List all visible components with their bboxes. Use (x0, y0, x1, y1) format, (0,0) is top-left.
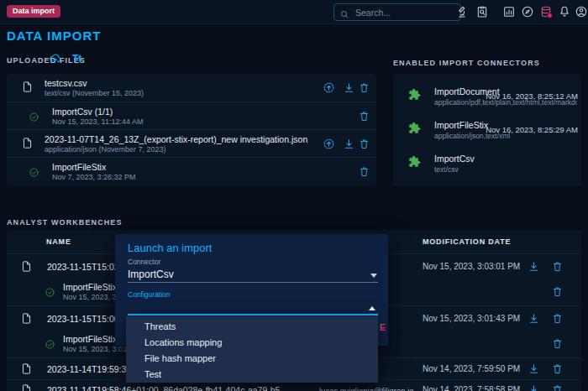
file-name[interactable]: testcsv.csv (45, 78, 313, 88)
menu-option-test[interactable]: Test (126, 367, 378, 383)
configuration-field-label: Configuration (128, 290, 171, 299)
import-job-row[interactable]: ImportCsv (1/1) Nov 15, 2023, 11:12:44 A… (7, 102, 376, 130)
explore-icon[interactable] (519, 4, 536, 19)
connector-select-underline (128, 282, 378, 283)
delete-icon[interactable] (358, 165, 370, 181)
file-meta: application/json (November 7, 2023) (45, 145, 166, 154)
file-name[interactable]: 2023-11-07T14_26_13Z_(export-stix-report… (45, 134, 318, 144)
column-header-name[interactable]: NAME (46, 237, 71, 246)
delete-icon[interactable] (551, 383, 564, 391)
modification-date: Nov 14, 2023, 7:59:50 PM (423, 364, 520, 373)
file-icon (20, 383, 33, 391)
launch-import-icon[interactable] (323, 138, 335, 154)
uploaded-files-panel: testcsv.csv text/csv (November 15, 2023)… (7, 74, 376, 186)
connectors-section-title: ENABLED IMPORT CONNECTORS (393, 59, 540, 67)
global-search[interactable] (333, 3, 461, 21)
download-icon[interactable] (528, 312, 540, 328)
connector-field-label: Connector (128, 258, 160, 266)
configuration-options-menu: Threats Locations mapping File hash mapp… (126, 316, 378, 383)
configuration-select-underline[interactable] (128, 314, 378, 315)
workbench-creator: lucas.guiglionia@filigran.io (319, 386, 414, 391)
download-icon[interactable] (343, 138, 355, 154)
connector-row[interactable]: ImportFileStix application/json,text/xml… (393, 112, 581, 146)
connectors-panel: ImportDocument application/pdf,text/plai… (393, 74, 581, 186)
workbench-name[interactable]: 2023-11-14T19:58:46+01:00_86da028e-fb41-… (47, 385, 307, 391)
investigations-icon[interactable] (474, 4, 491, 19)
top-bar: Data import (0, 0, 588, 24)
delete-icon[interactable] (358, 110, 370, 126)
modification-date: Nov 14, 2023, 7:58:58 PM (423, 385, 520, 391)
connector-row[interactable]: ImportCsv text/csv (393, 146, 581, 180)
upload-file-icon[interactable] (48, 51, 62, 69)
download-icon[interactable] (528, 260, 540, 276)
column-header-modification-date[interactable]: MODIFICATION DATE (423, 237, 511, 246)
success-check-icon (45, 338, 55, 353)
connector-scope: text/csv (434, 165, 577, 174)
menu-option-file-hash-mapper[interactable]: File hash mapper (126, 351, 378, 367)
uploaded-file-row[interactable]: 2023-11-07T14_26_13Z_(export-stix-report… (7, 129, 376, 158)
dialog-title: Launch an import (128, 242, 212, 254)
chevron-up-icon[interactable] (369, 306, 375, 310)
delete-icon[interactable] (551, 337, 564, 353)
opencti-data-import-page: Data import DATA IMPORT UPLOADED FILES T… (0, 0, 588, 391)
uploaded-file-row[interactable]: testcsv.csv text/csv (November 15, 2023) (7, 74, 376, 102)
file-meta: text/csv (November 15, 2023) (45, 89, 144, 97)
connector-puzzle-icon (408, 88, 421, 104)
create-button-partial[interactable]: E (380, 322, 386, 332)
connector-puzzle-icon (408, 122, 421, 138)
file-icon (21, 137, 34, 153)
job-date: Nov 7, 2023, 3:26:32 PM (52, 173, 136, 181)
download-icon[interactable] (343, 81, 355, 97)
delete-icon[interactable] (551, 312, 564, 328)
data-import-icon[interactable] (538, 4, 554, 19)
delete-icon[interactable] (551, 260, 564, 276)
download-icon[interactable] (528, 383, 540, 391)
connector-row[interactable]: ImportDocument application/pdf,text/plai… (393, 79, 581, 112)
notification-badge-dot (547, 13, 553, 18)
breadcrumb-chip[interactable]: Data import (7, 5, 60, 18)
delete-icon[interactable] (358, 81, 370, 97)
modification-date: Nov 15, 2023, 3:03:01 PM (423, 262, 520, 271)
delete-icon[interactable] (358, 138, 370, 154)
job-name: ImportCsv (1/1) (52, 107, 113, 117)
workbenches-section-title: ANALYST WORKBENCHES (7, 218, 123, 227)
delete-icon[interactable] (551, 285, 564, 301)
connector-puzzle-icon (408, 155, 421, 171)
dashboards-icon[interactable] (501, 4, 517, 19)
file-icon (20, 362, 33, 378)
launch-import-icon[interactable] (323, 81, 335, 97)
page-title: DATA IMPORT (7, 29, 101, 43)
connector-date: Nov 16, 2023, 8:25:12 AM (486, 91, 578, 101)
success-check-icon (29, 111, 39, 126)
connector-name: ImportFileStix (434, 120, 488, 130)
success-check-icon (29, 166, 39, 181)
notifications-bell-icon[interactable] (556, 4, 573, 19)
free-text-import-icon[interactable]: Tt (72, 53, 81, 65)
connector-date: Nov 16, 2023, 8:25:29 AM (486, 125, 578, 134)
menu-option-threats[interactable]: Threats (126, 319, 378, 335)
file-icon (21, 81, 34, 96)
connector-select-value[interactable]: ImportCsv (128, 268, 174, 280)
modification-date: Nov 15, 2023, 3:01:43 PM (423, 314, 520, 323)
job-date: Nov 15, 2023, 11:12:44 AM (52, 117, 143, 126)
account-icon[interactable] (573, 4, 588, 19)
chevron-down-icon[interactable] (370, 274, 377, 278)
search-icon (339, 8, 349, 18)
file-icon (20, 312, 33, 328)
success-check-icon (45, 286, 55, 301)
import-job-row[interactable]: ImportFileStix Nov 7, 2023, 3:26:32 PM (7, 157, 376, 187)
file-icon (20, 260, 33, 276)
job-name: ImportFileStix (52, 162, 106, 172)
download-icon[interactable] (528, 362, 540, 378)
connector-name: ImportCsv (434, 154, 475, 164)
delete-icon[interactable] (551, 362, 564, 378)
menu-option-locations-mapping[interactable]: Locations mapping (126, 335, 378, 351)
bulk-search-icon[interactable] (454, 4, 470, 19)
